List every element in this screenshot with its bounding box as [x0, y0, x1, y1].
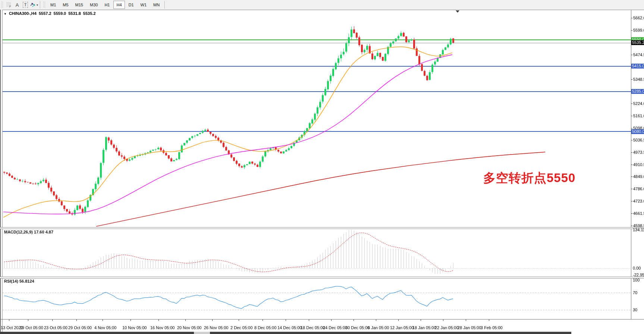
time-axis-label: 18 Jan 05:00	[412, 325, 436, 330]
macd-scale-min: -22.95	[633, 273, 644, 277]
price-tick-label: 5599.0	[633, 28, 644, 32]
time-axis-label: 8 Dec 05:00	[254, 325, 276, 330]
rsi-label: RSI(14) 56.8124	[4, 279, 34, 283]
time-axis-label: 29 Oct 05:00	[68, 325, 92, 330]
price-tick-label: 4910.5	[633, 162, 644, 167]
time-axis-label: 19 Oct 05:00	[20, 325, 43, 330]
price-tick-label: 5224.0	[633, 101, 644, 106]
rsi-scale-label: 100	[633, 278, 640, 282]
symbol-timeframe: CHINA300-,H4	[9, 11, 37, 16]
toolbar: F A T ▾ M1M5M15M30H1H4D1W1MN	[0, 0, 644, 10]
timeframe-button-m1[interactable]: M1	[47, 1, 59, 9]
time-axis-label: 10 Nov 05:00	[122, 325, 147, 330]
arrows-tool-button[interactable]: ▾	[30, 1, 38, 9]
macd-label: MACD(12,26,9) 17.60 4.87	[4, 230, 53, 234]
price-tick-label: 4661.5	[633, 211, 644, 216]
time-axis-label: 18 Dec 05:00	[301, 325, 325, 330]
toolbar-grip[interactable]	[1, 1, 3, 8]
price-tick-label: 5662.0	[633, 16, 644, 20]
grid-f-icon: F	[6, 2, 12, 8]
timeframe-button-d1[interactable]: D1	[126, 1, 137, 9]
time-axis-label: 26 Nov 05:00	[204, 325, 228, 330]
bottom-window-edge-gap	[194, 332, 210, 334]
price-tick-label: 4598.5	[633, 223, 644, 228]
time-axis-label: 24 Dec 05:00	[323, 325, 347, 330]
ohlc-close: 5535.2	[83, 11, 96, 16]
chart-title: ▼CHINA300-,H45557.25559.05531.85535.2	[4, 11, 98, 16]
ohlc-low: 5531.8	[68, 11, 81, 16]
time-axis-label: 3 Feb 05:00	[481, 325, 503, 330]
time-axis-label: 20 Nov 05:00	[177, 325, 201, 330]
rsi-scale-label: 30	[633, 308, 637, 312]
svg-text:F: F	[9, 5, 11, 8]
toolbar-separator	[40, 1, 41, 9]
time-axis-border	[0, 319, 644, 319]
time-axis-label: 16 Nov 05:00	[150, 325, 175, 330]
price-tick-label: 5348.5	[633, 77, 644, 82]
mt4-window: F A T ▾ M1M5M15M30H1H4D1W1MN ▼CHINA300-,…	[0, 0, 644, 334]
text-label-icon: A	[16, 2, 19, 8]
time-axis-label: 2 Dec 05:00	[230, 325, 252, 330]
time-axis-label: 22 Jan 05:00	[435, 325, 459, 330]
price-axis-border	[631, 10, 631, 319]
textbox-icon: T	[23, 2, 28, 8]
rsi-scale-label: 70	[633, 290, 637, 295]
price-level-label: 5285.0	[631, 89, 644, 94]
time-axis-label: 28 Jan 05:00	[458, 325, 481, 330]
timeframe-button-h4[interactable]: H4	[113, 1, 125, 9]
price-level-label: 5535.2	[631, 40, 644, 45]
time-axis-label: 6 Jan 05:00	[368, 325, 389, 330]
toolbar-separator-2	[164, 1, 165, 9]
timeframe-button-m30[interactable]: M30	[87, 1, 101, 9]
chevron-down-icon: ▾	[37, 3, 38, 7]
time-axis-label: 4 Nov 05:00	[94, 325, 116, 330]
timeframe-button-mn[interactable]: MN	[150, 1, 163, 9]
timeframe-button-w1[interactable]: W1	[138, 1, 150, 9]
time-axis-label: 14 Dec 05:00	[277, 325, 302, 330]
price-tick-label: 4849.0	[633, 174, 644, 179]
macd-scale-max: 134.11	[633, 228, 644, 232]
textbox-tool-button[interactable]: T	[22, 1, 29, 9]
timeframe-buttons: M1M5M15M30H1H4D1W1MN	[47, 1, 163, 9]
price-level-label: 5415.0	[631, 64, 644, 69]
time-axis-label: 23 Oct 05:00	[44, 325, 67, 330]
price-level-label: 5080.0	[631, 129, 644, 134]
price-tick-label: 5474.5	[633, 53, 644, 57]
ohlc-high: 5559.0	[54, 11, 66, 16]
time-axis-label: 12 Jan 05:00	[390, 325, 414, 330]
annotation-text: 多空转折点5550	[483, 170, 575, 187]
window-left-edge	[0, 10, 3, 334]
price-tick-label: 5161.0	[633, 114, 644, 118]
price-tick-label: 4723.0	[633, 199, 644, 203]
chart-canvas[interactable]	[0, 0, 644, 334]
macd-scale-zero: 0.00	[633, 266, 641, 270]
timeframe-button-h1[interactable]: H1	[101, 1, 113, 9]
time-axis-label: 30 Dec 05:00	[345, 325, 370, 330]
price-tick-label: 5036.5	[633, 138, 644, 142]
bottom-window-edge	[0, 332, 571, 334]
grid-f-tool-button[interactable]: F	[5, 1, 13, 9]
arrows-icon	[30, 2, 36, 7]
price-tick-label: 4973.5	[633, 150, 644, 155]
timeframe-button-m15[interactable]: M15	[72, 1, 86, 9]
collapse-triangle-icon[interactable]: ▼	[4, 12, 7, 16]
chart-shift-marker[interactable]	[456, 10, 459, 13]
text-label-tool-button[interactable]: A	[13, 1, 21, 9]
toolbar-grip-2[interactable]	[44, 1, 45, 8]
ohlc-open: 5557.2	[39, 11, 51, 16]
price-tick-label: 4786.0	[633, 187, 644, 191]
pane-divider-macd[interactable]	[0, 227, 644, 229]
pane-divider-rsi[interactable]	[0, 277, 644, 279]
timeframe-button-m5[interactable]: M5	[60, 1, 71, 9]
